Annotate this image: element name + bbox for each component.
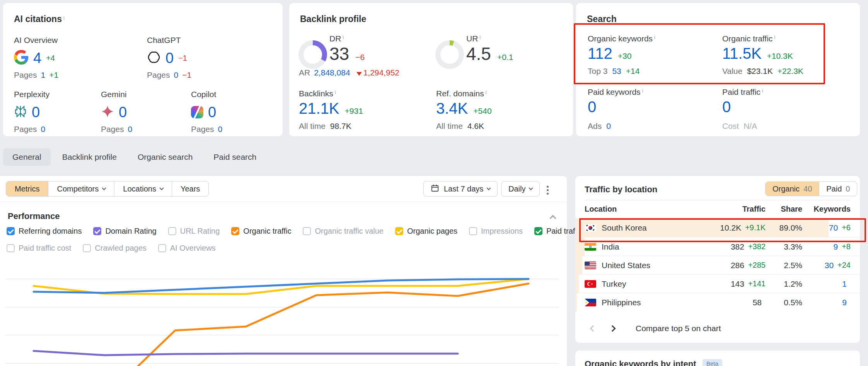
checkbox-checked[interactable] [231, 227, 239, 235]
keywords-value[interactable]: 1 [842, 279, 847, 289]
pages-value[interactable]: 0 [128, 125, 133, 134]
date-range-dropdown[interactable]: Last 7 days [423, 181, 498, 197]
col-share[interactable]: Share [766, 205, 802, 214]
organic-traffic-label: Organic traffic [722, 34, 773, 43]
pages-value[interactable]: 0 [41, 125, 46, 134]
info-icon[interactable]: i [335, 89, 336, 95]
table-row-india[interactable]: India 382+382 3.3% 9+8 [575, 237, 860, 256]
pages-value[interactable]: 0 [218, 125, 223, 134]
checkbox-checked[interactable] [395, 227, 403, 235]
series-domain-rating-line [34, 351, 458, 355]
table-row-south-korea[interactable]: South Korea 10.2K+9.1K 89.0% 70+6 [575, 219, 860, 237]
ads-value[interactable]: 0 [606, 121, 611, 131]
checkbox-unchecked[interactable] [158, 244, 166, 252]
top3-value[interactable]: 53 [612, 67, 621, 76]
checkbox-checked[interactable] [93, 227, 101, 235]
checkbox-checked[interactable] [7, 227, 15, 235]
ai-citations-card: AI citationsi AI Overview 4 +4 Pages 1 +… [3, 3, 283, 136]
report-tabs: General Backlink profile Organic search … [3, 148, 266, 166]
checkbox-checked[interactable] [534, 227, 542, 235]
info-icon[interactable]: i [642, 88, 643, 94]
checkbox-unchecked[interactable] [83, 244, 91, 252]
table-row-philippines[interactable]: Philippines 58 0.5% 9 [575, 293, 860, 311]
checkbox-unchecked[interactable] [168, 227, 176, 235]
intent-title: Organic keywords by intent [585, 359, 696, 366]
table-row-turkey[interactable]: Turkey 143+141 1.2% 1 [575, 274, 860, 293]
gemini-value[interactable]: 0 [119, 104, 127, 121]
checkbox-unchecked[interactable] [7, 244, 15, 252]
metric-domain-rating[interactable]: Domain Rating [93, 227, 156, 236]
granularity-dropdown[interactable]: Daily [501, 181, 540, 197]
chevron-down-icon [487, 186, 491, 190]
years-button[interactable]: Years [172, 181, 208, 196]
info-icon[interactable]: i [654, 34, 655, 40]
competitors-dropdown[interactable]: Competitors [48, 181, 114, 196]
performance-chart[interactable] [0, 267, 567, 366]
tab-paid-search[interactable]: Paid search [204, 148, 266, 166]
country-name: United States [602, 261, 650, 270]
metric-impressions[interactable]: Impressions [469, 227, 523, 236]
tab-organic-search[interactable]: Organic search [128, 148, 202, 166]
organic-keywords-value[interactable]: 112 [588, 45, 612, 62]
ref-domains-label: Ref. domains [436, 89, 484, 98]
organic-traffic-value[interactable]: 11.5K [722, 45, 762, 62]
col-traffic[interactable]: Traffic [700, 205, 766, 214]
south-korea-flag-icon [585, 224, 596, 232]
cost-value: N/A [744, 121, 757, 131]
performance-title: Performance [8, 211, 60, 221]
next-page-chevron-icon[interactable] [609, 325, 616, 332]
prev-page-chevron-icon[interactable] [590, 325, 597, 332]
checkbox-unchecked[interactable] [469, 227, 477, 235]
organic-keywords-delta: +30 [618, 51, 632, 61]
keywords-value[interactable]: 30 [825, 261, 834, 270]
checkbox-unchecked[interactable] [303, 227, 311, 235]
keywords-value[interactable]: 9 [834, 242, 838, 251]
paid-traffic-value[interactable]: 0 [722, 98, 731, 115]
ai-overview-value[interactable]: 4 [33, 50, 41, 67]
locations-dropdown[interactable]: Locations [114, 181, 172, 196]
table-row-united-states[interactable]: United States 286+285 2.5% 30+24 [575, 256, 860, 274]
organic-toggle[interactable]: Organic40 [766, 182, 819, 196]
compare-top5-link[interactable]: Compare top 5 on chart [636, 324, 721, 333]
ref-domains-value[interactable]: 3.4K [436, 100, 468, 117]
pages-value[interactable]: 0 [174, 70, 179, 80]
metric-paid-traffic-cost[interactable]: Paid traffic cost [7, 244, 71, 253]
pages-value[interactable]: 1 [41, 70, 46, 80]
metric-crawled-pages[interactable]: Crawled pages [83, 244, 146, 253]
info-icon[interactable]: i [762, 88, 763, 94]
perplexity-value[interactable]: 0 [32, 104, 40, 121]
traffic-value: 58 [753, 298, 762, 307]
metrics-button[interactable]: Metrics [6, 181, 48, 196]
col-location[interactable]: Location [585, 205, 700, 214]
info-icon[interactable]: i [343, 34, 344, 40]
ar-value[interactable]: 2,848,084 [314, 68, 350, 77]
metric-url-rating[interactable]: URL Rating [168, 227, 220, 236]
backlinks-value[interactable]: 21.1K [299, 100, 339, 117]
info-icon[interactable]: i [63, 15, 65, 21]
metric-referring-domains[interactable]: Referring domains [7, 227, 82, 236]
backlink-profile-title: Backlink profile [300, 14, 366, 24]
perplexity-group: Perplexity 0 Pages 0 [14, 90, 49, 134]
keywords-value[interactable]: 70 [829, 223, 838, 233]
metric-organic-pages[interactable]: Organic pages [395, 227, 457, 236]
country-name: India [602, 242, 619, 251]
tab-backlink-profile[interactable]: Backlink profile [53, 148, 126, 166]
metric-organic-traffic[interactable]: Organic traffic [231, 227, 291, 236]
info-icon[interactable]: i [774, 34, 775, 40]
traffic-delta: +382 [748, 242, 766, 251]
metric-organic-traffic-value[interactable]: Organic traffic value [303, 227, 384, 236]
info-icon[interactable]: i [486, 89, 487, 95]
paid-toggle[interactable]: Paid0 [819, 182, 857, 196]
metric-ai-overviews[interactable]: AI Overviews [158, 244, 216, 253]
chatgpt-value[interactable]: 0 [165, 50, 174, 67]
info-icon[interactable]: i [479, 34, 481, 40]
tab-general[interactable]: General [3, 148, 51, 166]
more-options-kebab-icon[interactable] [544, 183, 551, 197]
share-bar [575, 275, 579, 293]
ai-overview-label: AI Overview [14, 36, 58, 45]
copilot-value[interactable]: 0 [208, 104, 216, 121]
keywords-value[interactable]: 9 [842, 298, 847, 307]
cost-label: Cost [722, 121, 739, 131]
col-keywords[interactable]: Keywords [802, 205, 851, 214]
paid-keywords-value[interactable]: 0 [588, 98, 596, 115]
